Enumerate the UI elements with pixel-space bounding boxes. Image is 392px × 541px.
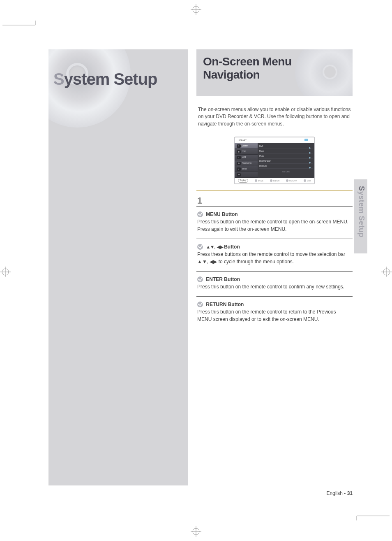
instruction-body: Press these buttons on the remote contro… <box>197 251 345 265</box>
registration-mark-right-icon <box>381 267 392 277</box>
instruction-block: RETURN Button Press this button on the r… <box>196 296 353 329</box>
onscreen-menu-illustration: LIBRARY ≡Library ▦DVD ♫VCR ⧉Programme ●S… <box>234 137 315 184</box>
section-tab-first-letter: S <box>357 186 366 191</box>
section-tab-label: System Setup <box>357 186 366 237</box>
setup-icon: ● <box>237 167 241 171</box>
page-language: English <box>327 490 343 496</box>
instruction-block: MENU Button Press this button on the rem… <box>196 206 353 239</box>
music-icon: ♫ <box>237 156 241 159</box>
menu-main-item: Disc Manager▶ <box>259 159 313 164</box>
menu-sidebar-item: ≡Library <box>235 143 258 149</box>
extra-icon: ✿ <box>237 173 241 176</box>
instruction-body: Press this button on the remote control … <box>197 284 344 290</box>
menu-titlebar: LIBRARY <box>235 137 314 143</box>
right-column: On-Screen Menu Navigation The on-screen … <box>196 49 353 329</box>
page-body: System Setup On-Screen Menu Navigation T… <box>48 49 353 485</box>
section-intro-text: The on-screen menus allow you to enable … <box>196 106 353 128</box>
arrow-leftright-icon: ◀▶ <box>217 244 223 249</box>
registration-mark-top-icon <box>191 4 201 15</box>
menu-sidebar-item: ●Setup <box>235 166 258 172</box>
instruction-block: ENTER Button Press this button on the re… <box>196 271 353 296</box>
menu-nodisc-label: No Disc <box>259 169 313 173</box>
nav-step-number: 1 <box>197 195 353 206</box>
instruction-title: ENTER Button <box>206 276 240 282</box>
chapter-title: System Setup <box>53 70 157 88</box>
chapter-title-first-letter: S <box>53 70 64 88</box>
instruction-title: MENU Button <box>206 211 238 217</box>
page-number: 31 <box>347 490 353 496</box>
menu-main: DivX▶ Music▶ Photo▶ Disc Manager▶ Disc E… <box>258 143 314 178</box>
svg-point-0 <box>193 6 199 13</box>
instruction-title: RETURN Button <box>206 302 244 307</box>
menu-main-item: Music▶ <box>259 149 313 154</box>
crop-mark-top-left-icon <box>2 21 39 30</box>
menu-sidebar-item: ▦DVD <box>235 149 258 155</box>
accent-divider <box>196 190 353 190</box>
checkmark-icon <box>197 276 203 282</box>
checkmark-icon <box>197 244 203 250</box>
left-column: System Setup <box>48 49 188 485</box>
disc-art-icon <box>48 49 131 128</box>
arrow-updown-icon: ▲▼ <box>206 244 214 249</box>
menu-sidebar-item: ⧉Programme <box>235 160 258 166</box>
instruction-title: ▲▼, ◀▶ Button <box>206 244 240 250</box>
registration-mark-bottom-icon <box>191 526 201 537</box>
menu-titlebar-label: LIBRARY <box>238 139 247 142</box>
section-tab-rest: ystem Setup <box>357 191 366 238</box>
svg-point-6 <box>2 269 9 275</box>
section-heading: On-Screen Menu Navigation <box>203 55 346 81</box>
dot-icon <box>270 179 272 182</box>
checkmark-icon <box>197 211 203 217</box>
registration-mark-left-icon <box>0 267 11 277</box>
anykey-pill: Anykey <box>238 179 248 183</box>
chapter-title-rest: ystem Setup <box>64 70 157 88</box>
svg-point-9 <box>383 269 390 275</box>
library-icon: ≡ <box>237 144 241 148</box>
menu-title-accent-icon <box>304 139 308 141</box>
section-heading-box: On-Screen Menu Navigation <box>196 49 353 96</box>
instruction-body: Press this button on the remote control … <box>197 219 348 232</box>
checkmark-icon <box>197 302 203 307</box>
menu-main-item: Disc Edit▶ <box>259 164 313 169</box>
menu-body: ≡Library ▦DVD ♫VCR ⧉Programme ●Setup ✿ D… <box>235 143 314 178</box>
dvd-icon: ▦ <box>237 150 241 153</box>
page-footer: English - 31 <box>327 490 353 496</box>
dot-icon <box>304 179 306 182</box>
menu-main-item: Photo▶ <box>259 154 313 159</box>
instruction-block: ▲▼, ◀▶ Button Press these buttons on the… <box>196 239 353 271</box>
menu-sidebar-item: ✿ <box>235 172 258 178</box>
chevron-right-icon: ▶ <box>309 165 311 170</box>
dot-icon <box>255 179 257 182</box>
programme-icon: ⧉ <box>237 162 241 165</box>
svg-point-3 <box>193 528 199 535</box>
instruction-body: Press this button on the remote control … <box>197 309 336 322</box>
menu-footer: Anykey MOVE ENTER RETURN EXIT <box>235 178 314 183</box>
menu-sidebar: ≡Library ▦DVD ♫VCR ⧉Programme ●Setup ✿ <box>235 143 258 178</box>
menu-sidebar-item: ♫VCR <box>235 155 258 160</box>
dot-icon <box>286 179 288 182</box>
menu-main-item: DivX▶ <box>259 144 313 149</box>
crop-mark-bottom-right-icon <box>353 511 390 520</box>
